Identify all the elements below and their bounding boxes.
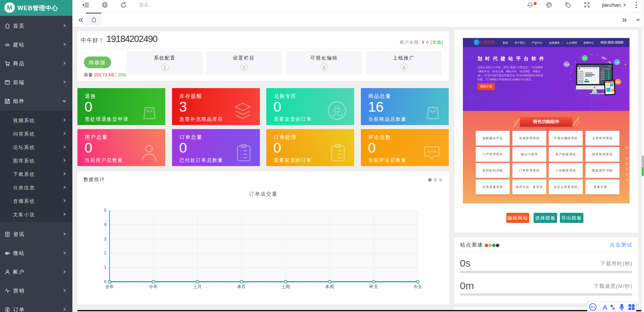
svg-text:手机站: 手机站: [563, 63, 570, 66]
svg-text:微站: 微站: [616, 81, 620, 83]
svg-text:A: A: [603, 303, 607, 311]
svg-text:iFLY: iFLY: [590, 306, 596, 308]
svg-text:本月: 本月: [237, 284, 246, 289]
svg-text:PC: PC: [583, 57, 586, 60]
svg-text:兑: 兑: [332, 105, 342, 117]
svg-text:今年: 今年: [149, 284, 158, 289]
svg-text:4: 4: [104, 222, 106, 227]
svg-text:本周: 本周: [325, 284, 334, 289]
svg-text:5: 5: [104, 208, 106, 213]
svg-text:1: 1: [104, 265, 106, 270]
svg-text:3: 3: [104, 236, 106, 241]
svg-text:0: 0: [104, 279, 106, 284]
svg-text:上周: 上周: [281, 284, 290, 289]
svg-text:去年: 去年: [105, 284, 114, 289]
svg-text:上月: 上月: [193, 284, 202, 289]
svg-text:小程: 小程: [615, 62, 619, 64]
svg-text:2: 2: [104, 250, 106, 256]
svg-text:今天: 今天: [413, 284, 422, 289]
svg-text:昨天: 昨天: [369, 284, 378, 289]
